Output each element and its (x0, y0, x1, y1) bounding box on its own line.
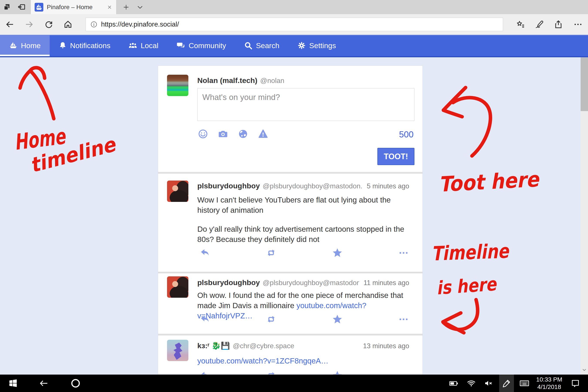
search-icon (244, 41, 252, 50)
restore-tabs-button[interactable] (17, 3, 26, 12)
taskbar-back-button[interactable] (37, 374, 50, 392)
ellipsis-icon (398, 314, 409, 325)
reply-arrow-icon (200, 314, 210, 325)
close-tab-icon[interactable] (107, 4, 112, 10)
share-icon (554, 20, 563, 29)
post-more-button[interactable] (398, 248, 409, 259)
reply-button[interactable] (200, 248, 210, 259)
toot-button[interactable]: TOOT! (378, 148, 414, 165)
url-text: https://dev.pinafore.social/ (101, 20, 179, 28)
timeline-column: Nolan (malf.tech) @nolan (158, 66, 423, 374)
post-more-button[interactable] (398, 370, 409, 374)
stylus-pen-icon (502, 378, 511, 388)
nav-item-settings[interactable]: Settings (288, 35, 345, 56)
post-timestamp[interactable]: 5 minutes ago (362, 182, 409, 190)
favorites-hub-button[interactable] (512, 14, 529, 35)
add-media-button[interactable] (218, 129, 228, 140)
back-arrow-icon (5, 20, 14, 29)
start-button[interactable] (6, 374, 20, 392)
home-button[interactable] (59, 14, 77, 35)
windows-taskbar: 10:33 PM 4/1/2018 (0, 374, 588, 392)
favorite-button[interactable] (332, 314, 343, 325)
gear-icon (297, 41, 306, 50)
post-more-button[interactable] (398, 314, 409, 325)
web-note-button[interactable] (531, 14, 548, 35)
post-handle: @plsburydoughboy@mastodon.s… (263, 279, 359, 287)
avatar-plsburydoughboy[interactable] (167, 276, 188, 298)
post-display-name: plsburydoughboy (197, 182, 260, 190)
back-arrow-icon (39, 378, 49, 388)
address-bar[interactable]: https://dev.pinafore.social/ (86, 18, 503, 31)
new-tab-button[interactable] (119, 0, 133, 14)
plus-icon (122, 4, 130, 11)
nav-item-local[interactable]: Local (119, 35, 167, 56)
bell-icon (58, 42, 67, 50)
chevron-down-icon (581, 367, 587, 373)
compose-input[interactable] (197, 88, 414, 121)
globe-icon (238, 129, 248, 139)
post-display-name: plsburydoughboy (197, 278, 260, 287)
volume-tray-button[interactable] (482, 374, 494, 392)
share-button[interactable] (550, 14, 567, 35)
avatar-chr-dragon[interactable] (167, 340, 188, 361)
more-menu-button[interactable] (569, 14, 587, 35)
action-center-button[interactable] (569, 374, 582, 392)
pen-icon (535, 20, 544, 29)
boost-button[interactable] (266, 370, 276, 374)
chevron-down-icon (136, 4, 144, 11)
forward-button[interactable] (20, 14, 38, 35)
battery-tray-button[interactable] (448, 374, 460, 392)
people-icon (128, 41, 138, 50)
boost-button[interactable] (266, 248, 276, 259)
touch-keyboard-button[interactable] (518, 374, 531, 392)
action-center-icon (570, 378, 580, 388)
post-timestamp[interactable]: 11 minutes ago (359, 279, 409, 287)
avatar-plsburydoughboy[interactable] (167, 180, 188, 202)
scroll-down-button[interactable] (581, 367, 587, 374)
reply-button[interactable] (200, 314, 210, 325)
post-privacy-button[interactable] (238, 129, 248, 140)
boost-button[interactable] (266, 314, 276, 325)
reply-arrow-icon (200, 248, 210, 258)
pen-tray-button[interactable] (499, 374, 514, 392)
scrollbar-thumb[interactable] (580, 57, 588, 111)
volume-muted-icon (484, 378, 493, 388)
browser-scrollbar[interactable] (580, 57, 588, 374)
wifi-icon (466, 378, 476, 388)
favorite-button[interactable] (332, 248, 343, 259)
clock-time: 10:33 PM (536, 376, 562, 383)
ellipsis-icon (398, 370, 409, 374)
taskbar-clock[interactable]: 10:33 PM 4/1/2018 (533, 374, 566, 392)
camera-icon (218, 129, 228, 139)
youtube-link[interactable]: youtube.com/watch?v=1ZCF8ngqeA… (197, 356, 328, 365)
windows-logo-icon (8, 378, 18, 388)
set-tabs-aside-button[interactable] (3, 3, 12, 12)
keyboard-icon (519, 378, 530, 388)
tab-preview-chevron-button[interactable] (133, 0, 147, 14)
site-info-icon[interactable] (90, 21, 98, 28)
browser-tab[interactable]: Pinafore – Home (30, 0, 116, 14)
back-button[interactable] (1, 14, 18, 35)
post-chr: kз:ʳ 🐉💾 @chr@cybre.space 13 minutes ago … (158, 336, 422, 374)
clock-date: 4/1/2018 (536, 383, 562, 391)
nav-item-home[interactable]: Home (0, 35, 50, 56)
forward-arrow-icon (24, 20, 34, 29)
favorite-button[interactable] (332, 370, 343, 374)
screen: Pinafore – Home (0, 0, 588, 392)
wifi-tray-button[interactable] (465, 374, 477, 392)
cortana-circle-icon (70, 378, 81, 389)
nav-item-community[interactable]: Community (167, 35, 235, 56)
avatar-nolan[interactable] (167, 75, 188, 96)
emoji-button[interactable] (198, 129, 208, 140)
divider (158, 172, 422, 174)
cortana-button[interactable] (69, 374, 82, 392)
post-handle: @plsburydoughboy@mastodon.so… (263, 182, 362, 190)
content-warning-button[interactable] (258, 129, 268, 140)
nav-item-search[interactable]: Search (235, 35, 288, 56)
warning-triangle-icon (258, 129, 268, 139)
reply-button[interactable] (200, 370, 210, 374)
post-timestamp[interactable]: 13 minutes ago (359, 342, 409, 350)
nav-item-notifications[interactable]: Notifications (50, 35, 119, 56)
divider (158, 272, 422, 273)
refresh-button[interactable] (40, 14, 58, 35)
